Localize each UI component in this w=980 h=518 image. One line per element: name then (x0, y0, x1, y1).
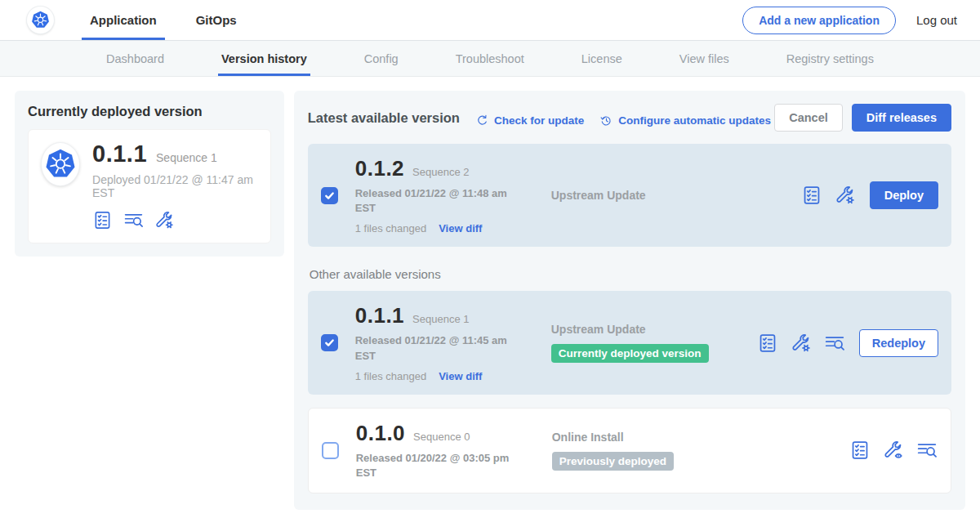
kubernetes-wheel-icon (30, 10, 51, 30)
app-subnav: DashboardVersion historyConfigTroublesho… (0, 41, 980, 77)
version-source-label: Upstream Update (551, 323, 757, 336)
logout-link[interactable]: Log out (916, 13, 957, 27)
version-number: 0.1.1 (355, 303, 404, 328)
version-row: 0.1.1 Sequence 1 Released 01/21/22 @ 11:… (308, 291, 951, 394)
current-version-number: 0.1.1 (92, 141, 147, 167)
checklist-icon[interactable] (849, 440, 871, 461)
view-diff-link[interactable]: View diff (439, 370, 482, 382)
app-icon (42, 143, 79, 185)
version-row: 0.1.0 Sequence 0 Released 01/20/22 @ 03:… (308, 408, 951, 493)
version-source-label: Online Install (552, 431, 758, 444)
version-sequence: Sequence 2 (412, 166, 469, 178)
released-timestamp: Released 01/20/22 @ 03:05 pm EST (356, 451, 516, 480)
version-checkbox[interactable] (321, 187, 338, 204)
wrench-gear-icon[interactable] (835, 185, 856, 206)
deploy-button[interactable]: Deploy (870, 181, 938, 209)
configure-automatic-updates-link[interactable]: Configure automatic updates (599, 114, 771, 127)
latest-version-header: Latest available version Check for updat… (308, 104, 951, 132)
lines-magnifier-icon[interactable] (123, 210, 144, 230)
version-checkbox[interactable] (322, 442, 339, 459)
subnav-item-registry-settings[interactable]: Registry settings (783, 41, 877, 76)
top-nav-bar: Application GitOps Add a new application… (0, 0, 980, 41)
subnav-item-dashboard[interactable]: Dashboard (103, 41, 167, 76)
subnav-item-view-files[interactable]: View files (676, 41, 733, 76)
version-number: 0.1.0 (356, 421, 405, 446)
other-versions-label: Other available versions (310, 267, 950, 281)
checklist-icon[interactable] (92, 210, 113, 230)
subnav-item-license[interactable]: License (578, 41, 626, 76)
wrench-eye-icon[interactable] (883, 440, 904, 461)
current-version-card: 0.1.1 Sequence 1 Deployed 01/21/22 @ 11:… (28, 129, 271, 243)
wrench-gear-icon[interactable] (154, 210, 175, 230)
redeploy-button[interactable]: Redeploy (859, 329, 938, 357)
checklist-icon[interactable] (757, 333, 778, 354)
cancel-button[interactable]: Cancel (774, 104, 843, 132)
deploy-status-badge: Previously deployed (552, 452, 674, 471)
current-version-title: Currently deployed version (28, 104, 271, 119)
subnav-item-config[interactable]: Config (361, 41, 402, 76)
files-changed-label: 1 files changed (355, 222, 426, 234)
current-version-sequence: Sequence 1 (156, 151, 217, 164)
add-application-button[interactable]: Add a new application (742, 7, 896, 34)
check-for-update-link[interactable]: Check for update (475, 114, 584, 127)
subnav-item-troubleshoot[interactable]: Troubleshoot (452, 41, 528, 76)
version-row: 0.1.2 Sequence 2 Released 01/21/22 @ 11:… (308, 144, 951, 247)
tab-gitops[interactable]: GitOps (188, 0, 245, 40)
auto-update-icon (599, 114, 613, 127)
version-history-panel: Latest available version Check for updat… (294, 91, 965, 510)
released-timestamp: Released 01/21/22 @ 11:45 am EST (355, 333, 515, 363)
lines-magnifier-icon[interactable] (916, 440, 938, 461)
main-content: Currently deployed version (0, 77, 980, 518)
lines-magnifier-icon[interactable] (824, 333, 845, 354)
wrench-gear-icon[interactable] (791, 333, 812, 354)
main-tabs: Application GitOps (82, 0, 245, 40)
files-changed-label: 1 files changed (355, 370, 426, 382)
version-checkbox[interactable] (321, 334, 338, 351)
tab-application[interactable]: Application (82, 0, 165, 40)
latest-version-title: Latest available version (308, 110, 460, 126)
diff-releases-button[interactable]: Diff releases (852, 104, 951, 132)
kubernetes-logo (27, 7, 54, 33)
version-source-label: Upstream Update (551, 189, 757, 202)
current-version-panel: Currently deployed version (15, 91, 284, 257)
view-diff-link[interactable]: View diff (439, 222, 482, 234)
released-timestamp: Released 01/21/22 @ 11:48 am EST (355, 186, 515, 216)
subnav-item-version-history[interactable]: Version history (218, 41, 310, 76)
version-number: 0.1.2 (355, 156, 404, 181)
version-sequence: Sequence 0 (413, 431, 470, 443)
refresh-icon (475, 114, 489, 127)
deployed-timestamp: Deployed 01/21/22 @ 11:47 am EST (92, 173, 257, 199)
checklist-icon[interactable] (801, 185, 822, 206)
deploy-status-badge: Currently deployed version (551, 344, 709, 363)
version-sequence: Sequence 1 (412, 313, 469, 325)
